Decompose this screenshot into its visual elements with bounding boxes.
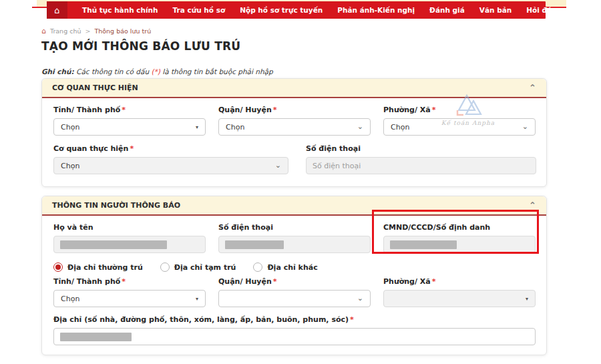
org-ward-select[interactable]: Chọn ⌄ <box>383 118 536 136</box>
field-org-province: Tỉnh/ Thành phố* Chọn ▾ <box>53 106 206 136</box>
page-title: TẠO MỚI THÔNG BÁO LƯU TRÚ <box>41 39 240 53</box>
field-org-agency: Cơ quan thực hiện* Chọn ⌄ <box>53 144 288 174</box>
field-person-district: Quận/ Huyện* ⌄ <box>218 277 371 307</box>
field-person-address: Địa chỉ (số nhà, đường phố, thôn, xóm, l… <box>53 315 535 345</box>
org-phone-label: Số điện thoại <box>306 144 536 153</box>
nav-item-nop-ho-so-truc-tuyen[interactable]: Nộp hồ sơ trực tuyến <box>240 6 323 14</box>
org-agency-label: Cơ quan thực hiện* <box>53 144 288 153</box>
person-phone-input[interactable] <box>218 236 371 253</box>
breadcrumb-home-icon: ⌂ <box>41 27 46 35</box>
person-address-label: Địa chỉ (số nhà, đường phố, thôn, xóm, l… <box>53 315 535 324</box>
nav-item-ho-tro[interactable]: Hỗ trợ <box>572 6 596 14</box>
person-ward-label: Phường/ Xã* <box>383 277 536 286</box>
nav-item-phan-anh-kien-nghi[interactable]: Phản ánh-Kiến nghị <box>337 6 415 14</box>
person-province-select[interactable]: Chọn ▾ <box>53 290 206 307</box>
breadcrumb: ⌂ Trang chủ > Thông báo lưu trú <box>41 27 151 35</box>
org-district-select[interactable]: Chọn ⌄ <box>218 118 371 136</box>
person-name-label: Họ và tên <box>53 223 206 232</box>
section-agency-body: Tỉnh/ Thành phố* Chọn ▾ Quận/ Huyện* Chọ… <box>42 98 546 174</box>
section-person: THÔNG TIN NGƯỜI THÔNG BÁO ⌃ Họ và tên Số… <box>41 196 547 355</box>
collapse-chevron-icon[interactable]: ⌃ <box>529 201 536 210</box>
org-ward-label: Phường/ Xã* <box>383 106 536 114</box>
radio-unselected-icon <box>160 262 170 272</box>
redacted-value <box>225 240 284 249</box>
section-agency: CƠ QUAN THỰC HIỆN ⌃ Tỉnh/ Thành phố* Chọ… <box>41 78 547 187</box>
person-district-select[interactable]: ⌄ <box>218 290 371 307</box>
person-name-input[interactable] <box>53 236 206 253</box>
field-person-name: Họ và tên <box>53 223 206 253</box>
caret-down-icon: ▾ <box>196 296 198 302</box>
breadcrumb-home-link[interactable]: Trang chủ <box>50 27 81 35</box>
field-person-id: CMND/CCCD/Số định danh <box>383 223 536 253</box>
radio-unselected-icon <box>253 262 262 272</box>
main-navbar: ⌂ Thủ tục hành chính Tra cứu hồ sơ Nộp h… <box>47 1 546 19</box>
org-agency-select[interactable]: Chọn ⌄ <box>53 157 288 174</box>
nav-item-thu-tuc-hanh-chinh[interactable]: Thủ tục hành chính <box>82 6 158 14</box>
section-person-body: Họ và tên Số điện thoại CMND/CCCD/Số địn… <box>42 216 546 345</box>
person-id-input[interactable] <box>383 236 536 253</box>
page: ⌂ Thủ tục hành chính Tra cứu hồ sơ Nộp h… <box>0 0 601 364</box>
radio-dia-chi-tam-tru[interactable]: Địa chỉ tạm trú <box>160 262 236 272</box>
home-icon: ⌂ <box>54 5 59 15</box>
radio-selected-icon <box>53 262 63 272</box>
note-text-after: là thông tin bắt buộc phải nhập <box>160 67 273 75</box>
caret-down-icon: ▾ <box>196 124 198 130</box>
breadcrumb-current: Thông báo lưu trú <box>94 27 151 35</box>
section-person-title: THÔNG TIN NGƯỜI THÔNG BÁO <box>52 201 180 210</box>
person-province-label: Tỉnh/ Thành phố* <box>53 277 206 286</box>
section-agency-title: CƠ QUAN THỰC HIỆN <box>52 83 138 92</box>
field-org-ward: Phường/ Xã* Chọn ⌄ <box>383 106 536 136</box>
note-text-before: Các thông tin có dấu <box>74 67 152 75</box>
org-phone-input[interactable] <box>313 162 530 170</box>
field-person-province: Tỉnh/ Thành phố* Chọn ▾ <box>53 277 206 307</box>
field-org-district: Quận/ Huyện* Chọn ⌄ <box>218 106 371 136</box>
breadcrumb-separator: > <box>85 27 90 35</box>
section-agency-header[interactable]: CƠ QUAN THỰC HIỆN ⌃ <box>42 79 546 98</box>
org-province-select[interactable]: Chọn ▾ <box>53 118 206 136</box>
person-ward-select[interactable]: ▾ <box>383 290 536 307</box>
org-province-label: Tỉnh/ Thành phố* <box>53 106 206 114</box>
home-menu-button[interactable]: ⌂ <box>47 1 67 19</box>
person-id-label: CMND/CCCD/Số định danh <box>383 223 536 232</box>
redacted-value <box>390 240 457 249</box>
org-phone-input-wrap <box>306 157 536 174</box>
nav-item-danh-gia[interactable]: Đánh giá <box>429 6 465 14</box>
field-person-ward: Phường/ Xã* ▾ <box>383 277 536 307</box>
person-phone-label: Số điện thoại <box>218 223 371 232</box>
radio-dia-chi-khac[interactable]: Địa chỉ khác <box>253 262 317 272</box>
nav-item-hoi-dap[interactable]: Hỏi đáp <box>526 6 556 14</box>
note-label: Ghi chú: <box>41 67 74 75</box>
field-org-phone: Số điện thoại <box>306 144 536 174</box>
nav-item-tra-cuu-ho-so[interactable]: Tra cứu hồ sơ <box>173 6 226 14</box>
caret-down-icon: ▾ <box>526 296 528 302</box>
required-note: Ghi chú: Các thông tin có dấu (*) là thô… <box>41 67 273 75</box>
redacted-value <box>60 333 132 341</box>
person-address-input[interactable] <box>53 328 536 345</box>
note-asterisk: (*) <box>151 67 160 75</box>
redacted-value <box>60 240 167 249</box>
person-district-label: Quận/ Huyện* <box>218 277 371 286</box>
collapse-chevron-icon[interactable]: ⌃ <box>529 83 536 92</box>
address-type-radios: Địa chỉ thường trú Địa chỉ tạm trú Địa c… <box>53 261 535 273</box>
org-district-label: Quận/ Huyện* <box>218 106 371 114</box>
nav-item-van-ban[interactable]: Văn bản <box>479 6 512 14</box>
nav-items: Thủ tục hành chính Tra cứu hồ sơ Nộp hồ … <box>82 6 596 14</box>
radio-dia-chi-thuong-tru[interactable]: Địa chỉ thường trú <box>53 262 143 272</box>
section-person-header[interactable]: THÔNG TIN NGƯỜI THÔNG BÁO ⌃ <box>42 196 546 216</box>
field-person-phone: Số điện thoại <box>218 223 371 253</box>
